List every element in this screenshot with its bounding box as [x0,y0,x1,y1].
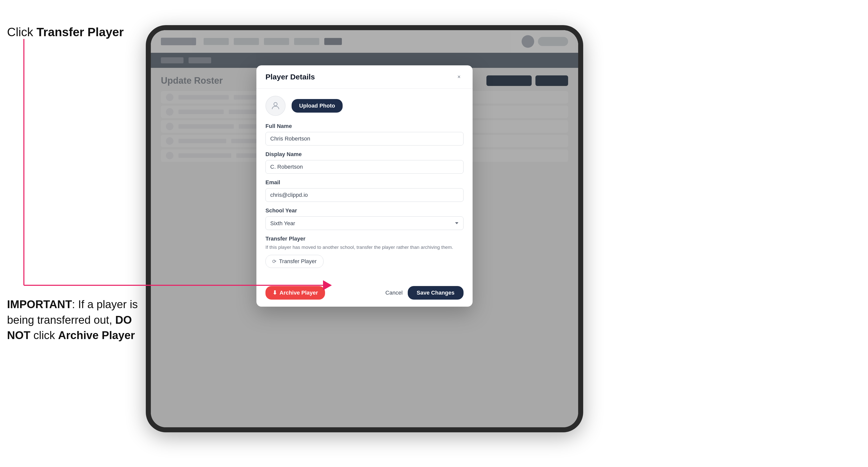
school-year-select[interactable]: First Year Second Year Third Year Fourth… [266,216,464,230]
full-name-input[interactable] [266,132,464,146]
archive-player-button[interactable]: ⬇ Archive Player [266,286,325,300]
photo-row: Upload Photo [266,96,464,116]
player-details-modal: Player Details × Upload Photo [256,65,473,307]
transfer-icon: ⟳ [272,258,277,264]
archive-btn-label: Archive Player [280,289,318,296]
transfer-section: Transfer Player If this player has moved… [266,236,464,268]
email-label: Email [266,179,464,186]
svg-point-0 [274,102,277,106]
modal-close-button[interactable]: × [455,72,464,82]
modal-footer: ⬇ Archive Player Cancel Save Changes [256,281,473,307]
instruction-important: IMPORTANT [7,298,72,310]
school-year-group: School Year First Year Second Year Third… [266,207,464,230]
modal-body: Upload Photo Full Name Display Name Emai… [256,89,473,281]
instruction-top: Click Transfer Player [7,25,124,39]
modal-header: Player Details × [256,65,473,89]
school-year-label: School Year [266,207,464,214]
full-name-group: Full Name [266,123,464,146]
save-changes-button[interactable]: Save Changes [408,286,464,300]
close-icon: × [458,74,461,80]
cancel-button[interactable]: Cancel [385,289,402,296]
tablet-screen: Update Roster [151,30,578,427]
email-group: Email [266,179,464,202]
upload-photo-button[interactable]: Upload Photo [291,99,343,113]
instruction-archive-text: Archive Player [58,329,135,341]
modal-title: Player Details [266,73,315,81]
instruction-prefix: Click [7,25,36,39]
transfer-btn-label: Transfer Player [279,258,317,264]
instruction-colon: : [72,298,75,310]
tablet: Update Roster [146,25,583,432]
display-name-input[interactable] [266,160,464,174]
transfer-player-button[interactable]: ⟳ Transfer Player [266,255,323,268]
display-name-label: Display Name [266,151,464,158]
footer-right: Cancel Save Changes [385,286,464,300]
full-name-label: Full Name [266,123,464,129]
person-icon [271,101,281,111]
display-name-group: Display Name [266,151,464,174]
instruction-bottom: IMPORTANT: If a player is being transfer… [7,297,148,343]
instruction-highlight: Transfer Player [36,25,124,39]
avatar-placeholder [266,96,285,116]
transfer-section-desc: If this player has moved to another scho… [266,244,464,251]
instruction-line2: click [30,329,58,341]
email-input[interactable] [266,188,464,202]
archive-icon: ⬇ [273,289,277,296]
transfer-section-label: Transfer Player [266,236,464,242]
